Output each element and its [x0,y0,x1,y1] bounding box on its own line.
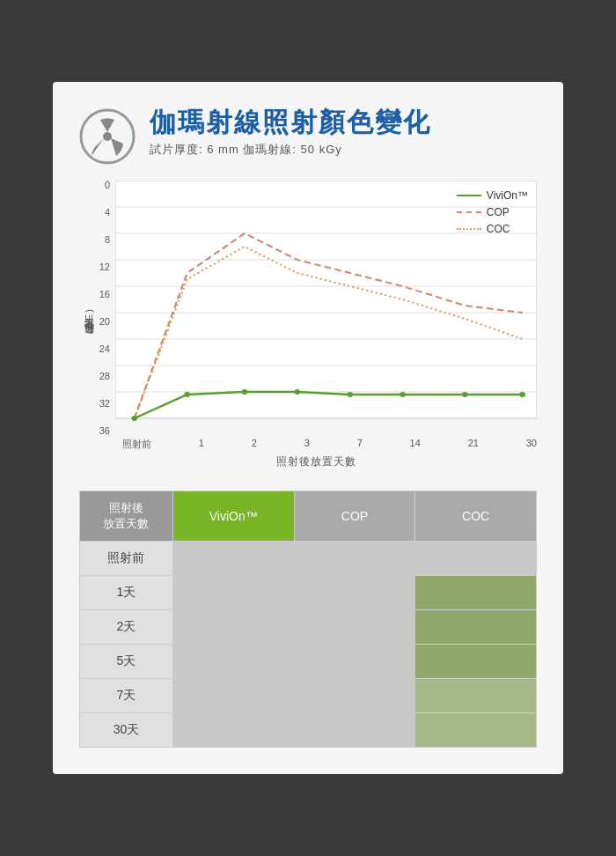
vivion-legend-line [457,195,481,196]
row-label-1day: 1天 [80,576,173,610]
main-title: 伽瑪射線照射顏色變化 [150,107,431,138]
subtitle: 試片厚度: 6 mm 伽瑪射線: 50 kGy [150,142,431,158]
color-table: 照射後放置天數 ViviOn™ COP COC 照射前 1天 [79,491,537,748]
svg-point-14 [184,392,190,397]
table-row: 5天 [80,645,537,679]
svg-point-17 [347,392,353,397]
cell-coc-before [415,542,537,576]
cop-legend-line [457,211,481,213]
row-label-2day: 2天 [80,610,173,645]
coc-legend-label: COC [487,223,510,235]
cell-vivion-before [172,542,294,576]
cell-coc-2day [415,610,537,645]
cell-coc-30day [415,713,537,748]
svg-point-20 [519,392,525,397]
svg-point-15 [242,389,248,395]
y-ticks: 36 32 28 24 20 16 12 8 4 0 [96,181,115,436]
table-row: 30天 [80,713,537,748]
legend-cop: COP [457,206,528,218]
col-header-days: 照射後放置天數 [80,491,173,541]
cell-cop-2day [294,610,415,645]
table-header-row: 照射後放置天數 ViviOn™ COP COC [80,491,537,541]
header-text: 伽瑪射線照射顏色變化 試片厚度: 6 mm 伽瑪射線: 50 kGy [150,107,431,158]
cell-coc-7day [415,679,537,713]
cell-vivion-1day [172,576,294,610]
y-axis-label: 顏色變化量(ΔE) [79,181,96,469]
cell-vivion-7day [172,679,294,713]
row-label-5day: 5天 [80,645,173,679]
header: 伽瑪射線照射顏色變化 試片厚度: 6 mm 伽瑪射線: 50 kGy [79,107,537,165]
cell-cop-before [294,542,415,576]
cell-vivion-2day [172,610,294,645]
chart-legend: ViviOn™ COP COC [457,189,528,240]
cell-vivion-30day [172,713,294,748]
chart-wrapper: 顏色變化量(ΔE) 36 32 28 24 20 16 12 8 4 0 [79,181,537,469]
cell-cop-30day [294,713,415,748]
table-row: 2天 [80,610,537,645]
cell-coc-5day [415,645,537,679]
table-row: 7天 [80,679,537,713]
cell-cop-7day [294,679,415,713]
svg-point-18 [400,392,406,397]
chart-svg-wrap: ViviOn™ COP COC [115,181,537,436]
radiation-icon [79,108,136,165]
legend-vivion: ViviOn™ [457,189,528,202]
cell-cop-1day [294,576,415,610]
legend-coc: COC [457,223,528,235]
row-label-7day: 7天 [80,679,173,713]
cell-coc-1day [415,576,537,610]
x-axis-labels: 照射前 1 2 3 7 14 21 30 [121,438,537,451]
svg-point-19 [462,392,468,397]
cop-legend-label: COP [487,206,510,218]
vivion-legend-label: ViviOn™ [487,189,528,202]
col-header-vivion: ViviOn™ [172,491,294,541]
coc-legend-line [457,228,481,230]
table-row: 1天 [80,576,537,610]
x-axis-title: 照射後放置天數 [96,454,537,469]
row-label-30day: 30天 [80,713,173,748]
main-card: 伽瑪射線照射顏色變化 試片厚度: 6 mm 伽瑪射線: 50 kGy 顏色變化量… [53,82,563,774]
col-header-cop: COP [294,491,415,541]
svg-point-16 [295,389,301,395]
svg-point-13 [132,416,138,421]
cell-cop-5day [294,645,415,679]
svg-point-1 [103,132,112,141]
table-row: 照射前 [80,542,537,576]
row-label-before: 照射前 [80,542,173,576]
chart-area: 36 32 28 24 20 16 12 8 4 0 [96,181,537,469]
cell-vivion-5day [172,645,294,679]
color-table-section: 照射後放置天數 ViviOn™ COP COC 照射前 1天 [79,491,537,748]
col-header-coc: COC [415,491,537,541]
